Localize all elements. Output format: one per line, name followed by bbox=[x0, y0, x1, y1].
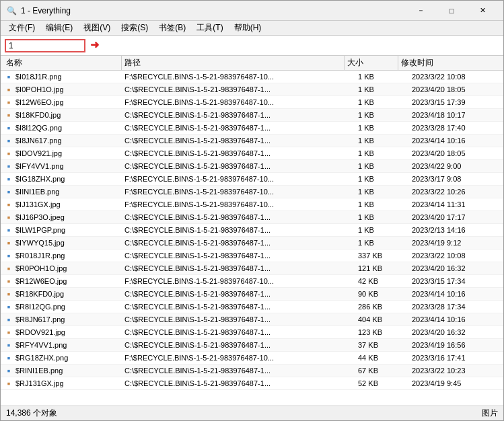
file-size: 404 KB bbox=[355, 315, 409, 323]
col-header-name[interactable]: 名称 bbox=[1, 56, 122, 70]
file-date: 2023/4/19 9:12 bbox=[409, 239, 503, 247]
title-bar: 🔍 1 - Everything － □ ✕ bbox=[1, 1, 503, 21]
menu-item[interactable]: 编辑(E) bbox=[40, 21, 78, 35]
object-count: 14,386 个对象 bbox=[6, 408, 57, 419]
file-date: 2023/4/20 18:05 bbox=[409, 85, 503, 93]
file-name: $I18KFD0.jpg bbox=[15, 111, 61, 119]
table-row[interactable]: ▪ $IJ131GX.jpg F:\$RECYCLE.BIN\S-1-5-21-… bbox=[1, 198, 503, 211]
file-date: 2023/3/15 17:39 bbox=[409, 98, 503, 106]
file-path: C:\$RECYCLE.BIN\S-1-5-21-983976487-1... bbox=[122, 367, 355, 375]
file-name-cell: ▪ $I8I12QG.png bbox=[1, 122, 122, 133]
file-date: 2023/4/20 16:32 bbox=[409, 264, 503, 272]
file-type-icon: ▪ bbox=[3, 84, 14, 95]
file-name-cell: ▪ $R018J1R.png bbox=[1, 250, 122, 261]
file-type-icon: ▪ bbox=[3, 135, 14, 146]
main-window: 🔍 1 - Everything － □ ✕ 文件(F)编辑(E)视图(V)搜索… bbox=[0, 0, 504, 421]
file-type-icon: ▪ bbox=[3, 237, 14, 248]
table-row[interactable]: ▪ $R0POH1O.jpg C:\$RECYCLE.BIN\S-1-5-21-… bbox=[1, 262, 503, 275]
file-size: 1 KB bbox=[355, 85, 409, 93]
file-name-cell: ▪ $IYWYQ15.jpg bbox=[1, 237, 122, 248]
table-row[interactable]: ▪ $IJ16P3O.jpeg C:\$RECYCLE.BIN\S-1-5-21… bbox=[1, 211, 503, 224]
file-name: $I0POH1O.jpg bbox=[15, 85, 64, 93]
col-header-date[interactable]: 修改时间 bbox=[398, 56, 493, 70]
status-bar: 14,386 个对象 图片 bbox=[1, 406, 503, 420]
table-row[interactable]: ▪ $R12W6EO.jpg F:\$RECYCLE.BIN\S-1-5-21-… bbox=[1, 275, 503, 288]
table-row[interactable]: ▪ $ILW1PGP.png C:\$RECYCLE.BIN\S-1-5-21-… bbox=[1, 224, 503, 237]
file-name-cell: ▪ $I12W6EO.jpg bbox=[1, 97, 122, 108]
file-path: C:\$RECYCLE.BIN\S-1-5-21-983976487-1... bbox=[122, 252, 355, 260]
menu-item[interactable]: 视图(V) bbox=[78, 21, 116, 35]
file-name-cell: ▪ $I0POH1O.jpg bbox=[1, 84, 122, 95]
file-name: $IJ131GX.jpg bbox=[15, 200, 61, 208]
file-name: $R0POH1O.jpg bbox=[15, 264, 67, 272]
file-name: $I8JN617.png bbox=[15, 137, 62, 145]
file-type-icon: ▪ bbox=[3, 352, 14, 363]
file-path: C:\$RECYCLE.BIN\S-1-5-21-983976487-1... bbox=[122, 239, 355, 247]
file-size: 121 KB bbox=[355, 264, 409, 272]
file-name-cell: ▪ $IFY4VV1.png bbox=[1, 161, 122, 171]
file-name: $I8I12QG.png bbox=[15, 124, 62, 132]
table-row[interactable]: ▪ $I18KFD0.jpg C:\$RECYCLE.BIN\S-1-5-21-… bbox=[1, 109, 503, 122]
table-row[interactable]: ▪ $I12W6EO.jpg F:\$RECYCLE.BIN\S-1-5-21-… bbox=[1, 96, 503, 109]
table-row[interactable]: ▪ $I018J1R.png F:\$RECYCLE.BIN\S-1-5-21-… bbox=[1, 71, 503, 83]
menu-item[interactable]: 工具(T) bbox=[191, 21, 228, 35]
file-date: 2023/4/14 10:16 bbox=[409, 315, 503, 323]
file-name: $RDOV921.jpg bbox=[15, 328, 65, 336]
file-path: C:\$RECYCLE.BIN\S-1-5-21-983976487-1... bbox=[122, 315, 355, 323]
file-name: $RFY4VV1.png bbox=[15, 341, 67, 349]
table-body[interactable]: ▪ $I018J1R.png F:\$RECYCLE.BIN\S-1-5-21-… bbox=[1, 71, 503, 406]
table-row[interactable]: ▪ $I8JN617.png C:\$RECYCLE.BIN\S-1-5-21-… bbox=[1, 135, 503, 147]
file-path: C:\$RECYCLE.BIN\S-1-5-21-983976487-1... bbox=[122, 226, 355, 234]
table-row[interactable]: ▪ $R8I12QG.png C:\$RECYCLE.BIN\S-1-5-21-… bbox=[1, 301, 503, 313]
file-type-icon: ▪ bbox=[3, 212, 14, 223]
file-size: 1 KB bbox=[355, 73, 409, 81]
file-size: 1 KB bbox=[355, 213, 409, 221]
file-path: C:\$RECYCLE.BIN\S-1-5-21-983976487-1... bbox=[122, 379, 355, 387]
menu-item[interactable]: 搜索(S) bbox=[116, 21, 153, 35]
file-type-icon: ▪ bbox=[3, 340, 14, 350]
file-date: 2023/3/22 10:08 bbox=[409, 252, 503, 260]
minimize-button[interactable]: － bbox=[405, 1, 436, 21]
menu-item[interactable]: 书签(B) bbox=[153, 21, 191, 35]
table-row[interactable]: ▪ $I0POH1O.jpg C:\$RECYCLE.BIN\S-1-5-21-… bbox=[1, 83, 503, 96]
file-name-cell: ▪ $IG18ZHX.png bbox=[1, 174, 122, 184]
table-row[interactable]: ▪ $RJ131GX.jpg C:\$RECYCLE.BIN\S-1-5-21-… bbox=[1, 377, 503, 390]
table-row[interactable]: ▪ $IG18ZHX.png F:\$RECYCLE.BIN\S-1-5-21-… bbox=[1, 173, 503, 186]
file-size: 1 KB bbox=[355, 98, 409, 106]
file-path: F:\$RECYCLE.BIN\S-1-5-21-983976487-10... bbox=[122, 98, 355, 106]
file-date: 2023/4/20 17:17 bbox=[409, 213, 503, 221]
table-row[interactable]: ▪ $RG18ZHX.png F:\$RECYCLE.BIN\S-1-5-21-… bbox=[1, 352, 503, 365]
search-input[interactable] bbox=[5, 39, 85, 52]
table-row[interactable]: ▪ $IINI1EB.png F:\$RECYCLE.BIN\S-1-5-21-… bbox=[1, 186, 503, 198]
menu-bar: 文件(F)编辑(E)视图(V)搜索(S)书签(B)工具(T)帮助(H) bbox=[1, 21, 503, 36]
table-row[interactable]: ▪ $I8I12QG.png C:\$RECYCLE.BIN\S-1-5-21-… bbox=[1, 122, 503, 135]
menu-item[interactable]: 文件(F) bbox=[3, 21, 40, 35]
table-row[interactable]: ▪ $IFY4VV1.png C:\$RECYCLE.BIN\S-1-5-21-… bbox=[1, 160, 503, 173]
file-name: $IINI1EB.png bbox=[15, 188, 59, 196]
file-type-icon: ▪ bbox=[3, 199, 14, 210]
col-header-size[interactable]: 大小 bbox=[345, 56, 398, 70]
file-table: 名称 路径 大小 修改时间 ▪ $I018J1R.png F:\$RECYCLE… bbox=[1, 56, 503, 406]
table-row[interactable]: ▪ $RDOV921.jpg C:\$RECYCLE.BIN\S-1-5-21-… bbox=[1, 326, 503, 339]
table-row[interactable]: ▪ $IDOV921.jpg C:\$RECYCLE.BIN\S-1-5-21-… bbox=[1, 147, 503, 160]
file-path: C:\$RECYCLE.BIN\S-1-5-21-983976487-1... bbox=[122, 213, 355, 221]
table-row[interactable]: ▪ $R8JN617.png C:\$RECYCLE.BIN\S-1-5-21-… bbox=[1, 313, 503, 326]
file-date: 2023/3/22 10:08 bbox=[409, 73, 503, 81]
search-bar: ➜ bbox=[1, 36, 503, 56]
file-size: 123 KB bbox=[355, 328, 409, 336]
table-row[interactable]: ▪ $R18KFD0.jpg C:\$RECYCLE.BIN\S-1-5-21-… bbox=[1, 288, 503, 301]
file-name-cell: ▪ $IJ131GX.jpg bbox=[1, 199, 122, 210]
file-path: C:\$RECYCLE.BIN\S-1-5-21-983976487-1... bbox=[122, 85, 355, 93]
menu-item[interactable]: 帮助(H) bbox=[229, 21, 267, 35]
col-header-path[interactable]: 路径 bbox=[122, 56, 345, 70]
file-size: 1 KB bbox=[355, 149, 409, 157]
file-name-cell: ▪ $IJ16P3O.jpeg bbox=[1, 212, 122, 223]
close-button[interactable]: ✕ bbox=[467, 1, 498, 21]
table-row[interactable]: ▪ $R018J1R.png C:\$RECYCLE.BIN\S-1-5-21-… bbox=[1, 250, 503, 262]
table-row[interactable]: ▪ $RINI1EB.png C:\$RECYCLE.BIN\S-1-5-21-… bbox=[1, 365, 503, 377]
file-type-icon: ▪ bbox=[3, 161, 14, 171]
table-row[interactable]: ▪ $IYWYQ15.jpg C:\$RECYCLE.BIN\S-1-5-21-… bbox=[1, 237, 503, 250]
table-row[interactable]: ▪ $RFY4VV1.png C:\$RECYCLE.BIN\S-1-5-21-… bbox=[1, 339, 503, 352]
maximize-button[interactable]: □ bbox=[436, 1, 467, 21]
file-type-icon: ▪ bbox=[3, 314, 14, 325]
